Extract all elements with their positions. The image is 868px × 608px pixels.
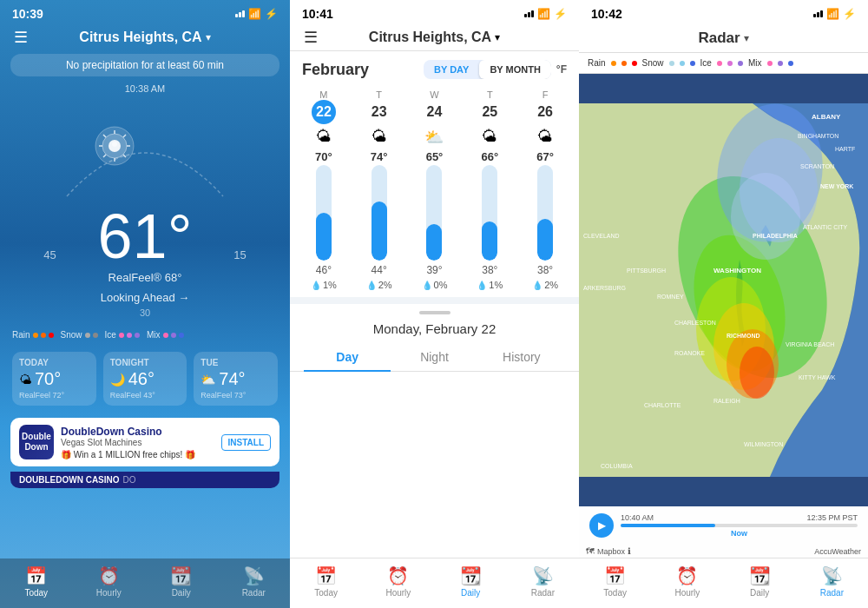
dot-rain-2 xyxy=(41,333,46,338)
dot-s3 xyxy=(690,61,695,66)
nav-label-daily-2: Daily xyxy=(461,588,480,598)
nav-daily-2[interactable]: 📆 Daily xyxy=(435,565,507,598)
toggle-byday[interactable]: BY DAY xyxy=(424,60,479,79)
precip-percent: 2% xyxy=(544,280,558,290)
toggle-bymonth[interactable]: BY MONTH xyxy=(479,60,550,79)
detail-tab-history[interactable]: History xyxy=(478,343,565,371)
today-card-today[interactable]: TODAY 🌤 70° RealFeel 72° xyxy=(12,352,96,406)
menu-icon-2[interactable]: ☰ xyxy=(304,28,318,47)
looking-ahead-link[interactable]: Looking Ahead → xyxy=(101,291,190,304)
status-bar-3: 10:42 📶 ⚡ xyxy=(579,0,868,24)
bar-fill xyxy=(537,219,553,261)
nav-daily-3[interactable]: 📆 Daily xyxy=(724,565,796,598)
day-col-23[interactable]: T23🌤 xyxy=(352,89,406,150)
toggle-group: BY DAY BY MONTH xyxy=(424,60,551,79)
nav-radar-3[interactable]: 📡 Radar xyxy=(796,565,868,598)
sun-arc-svg xyxy=(49,101,240,205)
svg-text:PITTSBURGH: PITTSBURGH xyxy=(627,268,666,274)
accu-label: AccuWeather xyxy=(814,547,861,556)
nav-today-3[interactable]: 📅 Today xyxy=(579,565,651,598)
radar-chevron[interactable]: ▾ xyxy=(744,32,749,44)
day-col-26[interactable]: F26🌤 xyxy=(518,89,572,150)
svg-text:WASHINGTON: WASHINGTON xyxy=(713,267,761,274)
today-temp-row-today: 🌤 70° xyxy=(19,369,89,389)
day-letter: M xyxy=(319,89,327,100)
bottom-nav-1: 📅 Today ⏰ Hourly 📆 Daily 📡 Radar xyxy=(0,558,290,608)
radar-map[interactable]: ALBANY BINGHAMTON HARTF SCRANTON NEW YOR… xyxy=(579,74,868,506)
day-col-22[interactable]: M22🌤 xyxy=(297,89,351,150)
info-icon[interactable]: ℹ xyxy=(628,546,631,556)
today-rf-today: RealFeel 72° xyxy=(19,391,89,400)
timeline-time-labels: 10:40 AM 12:35 PM PST xyxy=(621,513,858,522)
nav-icon-today-3: 📅 xyxy=(604,565,626,586)
precip-col-22: 💧1% xyxy=(297,280,351,290)
precip-col-23: 💧2% xyxy=(352,280,406,290)
dot-i2 xyxy=(727,61,733,66)
nav-hourly-1[interactable]: ⏰ Hourly xyxy=(73,565,146,598)
nav-hourly-2[interactable]: ⏰ Hourly xyxy=(362,565,434,598)
today-card-label-tue: TUE xyxy=(201,358,271,367)
mapbox-credit: 🗺 Mapbox ℹ xyxy=(586,546,631,556)
timeline-track[interactable] xyxy=(621,524,858,527)
nav-radar-1[interactable]: 📡 Radar xyxy=(218,565,291,598)
today-card-tonight[interactable]: TONIGHT 🌙 46° RealFeel 43° xyxy=(103,352,187,406)
panel-radar: 10:42 📶 ⚡ Radar ▾ Rain Snow Ice Mix xyxy=(579,0,868,608)
chevron-down-icon-2[interactable]: ▾ xyxy=(495,31,500,43)
weather-legend-1: Rain Snow Ice Mix xyxy=(0,325,290,345)
nav-label-hourly-1: Hourly xyxy=(96,588,122,598)
nav-daily-1[interactable]: 📆 Daily xyxy=(145,565,218,598)
svg-text:ROMNEY: ROMNEY xyxy=(657,294,684,300)
panel-today: 10:39 📶 ⚡ ☰ Citrus Heights, CA ▾ No prec… xyxy=(0,0,290,608)
day-col-24[interactable]: W24⛅ xyxy=(408,89,462,150)
legend-rain: Rain xyxy=(12,330,54,340)
detail-tab-night[interactable]: Night xyxy=(391,343,477,371)
location-title-1[interactable]: Citrus Heights, CA xyxy=(79,30,201,45)
dot-m1 xyxy=(767,61,773,66)
nav-icon-daily-2: 📆 xyxy=(460,565,482,586)
precip-percent: 1% xyxy=(323,280,337,290)
nav-hourly-3[interactable]: ⏰ Hourly xyxy=(651,565,723,598)
location-title-2[interactable]: Citrus Heights, CA xyxy=(369,30,491,45)
menu-icon-1[interactable]: ☰ xyxy=(14,28,28,47)
nav-today-1[interactable]: 📅 Today xyxy=(0,565,73,598)
precipitation-message: No precipitation for at least 60 min xyxy=(10,54,279,76)
end-time-label: 12:35 PM PST xyxy=(806,513,858,522)
temperature-section: 45 61° RealFeel® 68° Looking Ahead → 15 xyxy=(0,205,290,304)
svg-text:NEW YORK: NEW YORK xyxy=(820,183,853,189)
rain-drop-icon: 💧 xyxy=(422,281,432,290)
day-col-25[interactable]: T25🌤 xyxy=(463,89,516,150)
chevron-down-icon-1[interactable]: ▾ xyxy=(206,31,211,43)
status-icons-3: 📶 ⚡ xyxy=(813,8,856,20)
panel-daily: 10:41 📶 ⚡ ☰ Citrus Heights, CA ▾ Februar… xyxy=(290,0,579,608)
detail-tab-day[interactable]: Day xyxy=(304,343,391,371)
day-number: 24 xyxy=(422,100,446,124)
dot-m3 xyxy=(788,61,793,66)
dot-m2 xyxy=(778,61,783,66)
bar-col-22[interactable]: 70°46° xyxy=(297,150,351,276)
nav-radar-2[interactable]: 📡 Radar xyxy=(507,565,579,598)
bar-col-23[interactable]: 74°44° xyxy=(352,150,406,276)
legend-mix-label-3: Mix xyxy=(748,58,762,68)
dot-i3 xyxy=(738,61,743,66)
install-button[interactable]: INSTALL xyxy=(221,434,271,451)
today-temp-tue: 74° xyxy=(219,369,245,389)
legend-snow: Snow xyxy=(61,330,98,340)
bar-col-26[interactable]: 67°38° xyxy=(518,150,572,276)
battery-icon-1: ⚡ xyxy=(265,8,278,20)
nav-icon-today-2: 📅 xyxy=(315,565,337,586)
wifi-icon: 📶 xyxy=(248,8,261,20)
bar-fill xyxy=(316,213,332,261)
day-weather-icon: 🌤 xyxy=(372,128,387,146)
timeline-fill xyxy=(621,524,715,527)
play-button[interactable]: ▶ xyxy=(589,513,614,538)
header-1: ☰ Citrus Heights, CA ▾ xyxy=(0,24,290,50)
status-icons-1: 📶 ⚡ xyxy=(235,8,278,20)
svg-point-18 xyxy=(740,347,774,399)
today-card-tue[interactable]: TUE ⛅ 74° RealFeel 73° xyxy=(194,352,278,406)
bar-col-25[interactable]: 66°38° xyxy=(463,150,516,276)
day-weather-icon: 🌤 xyxy=(316,128,332,146)
bar-col-24[interactable]: 65°39° xyxy=(408,150,462,276)
nav-today-2[interactable]: 📅 Today xyxy=(290,565,362,598)
nav-icon-daily-3: 📆 xyxy=(749,565,771,586)
precip-percent: 2% xyxy=(378,280,392,290)
